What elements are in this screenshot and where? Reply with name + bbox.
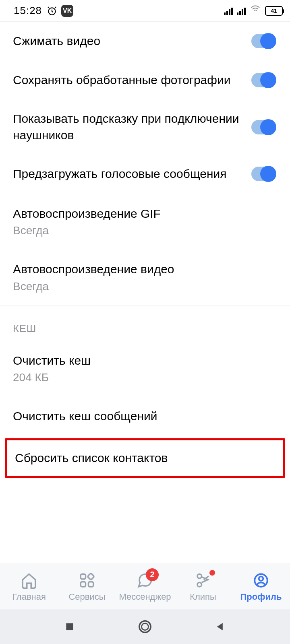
setting-autoplay-gif[interactable]: Автовоспроизведение GIF Всегда: [0, 194, 290, 250]
setting-clear-messages-cache[interactable]: Очистить кеш сообщений: [0, 396, 290, 437]
back-button[interactable]: [213, 620, 227, 634]
setting-label: Сбросить список контактов: [15, 450, 275, 466]
setting-label: Предзагружать голосовые сообщения: [13, 166, 242, 182]
setting-save-processed-photos[interactable]: Сохранять обработанные фотографии: [0, 61, 290, 100]
setting-label: Очистить кеш: [13, 353, 277, 369]
setting-value: Всегда: [13, 280, 277, 293]
bottom-nav: Главная Сервисы 2 Мессенджер Клипы Профи…: [0, 563, 290, 609]
setting-value: 204 КБ: [13, 371, 277, 384]
setting-autoplay-video[interactable]: Автовоспроизведение видео Всегда: [0, 249, 290, 305]
statusbar-right: 41: [224, 4, 283, 17]
nav-label: Клипы: [190, 592, 216, 602]
setting-label: Автовоспроизведение GIF: [13, 206, 277, 222]
setting-label: Сохранять обработанные фотографии: [13, 72, 242, 89]
status-bar: 15:28 VK 41: [0, 0, 290, 22]
notification-dot: [209, 570, 215, 576]
highlighted-setting: Сбросить список контактов: [5, 438, 285, 478]
wifi-icon: [250, 4, 261, 17]
svg-point-11: [141, 623, 148, 630]
toggle-switch[interactable]: [251, 120, 276, 134]
setting-value: Всегда: [13, 224, 277, 237]
vk-app-icon: VK: [61, 5, 73, 17]
svg-rect-3: [89, 582, 93, 586]
setting-reset-contacts[interactable]: Сбросить список контактов: [7, 440, 283, 476]
statusbar-time: 15:28: [14, 4, 42, 17]
setting-label: Сжимать видео: [13, 33, 242, 50]
svg-point-5: [197, 574, 202, 578]
signal-icon: [224, 7, 233, 15]
svg-rect-2: [81, 582, 85, 586]
toggle-switch[interactable]: [251, 73, 276, 87]
nav-label: Главная: [12, 592, 46, 602]
services-icon: [77, 571, 97, 590]
profile-icon: [251, 571, 271, 590]
nav-label: Мессенджер: [119, 592, 171, 602]
nav-home[interactable]: Главная: [0, 571, 58, 602]
svg-point-8: [259, 576, 263, 581]
nav-messenger[interactable]: 2 Мессенджер: [116, 571, 174, 602]
nav-services[interactable]: Сервисы: [58, 571, 116, 602]
setting-label: Очистить кеш сообщений: [13, 408, 277, 425]
svg-point-6: [197, 582, 202, 587]
nav-label: Сервисы: [68, 592, 105, 602]
svg-rect-9: [66, 623, 73, 630]
section-header-cache: КЕШ: [0, 305, 290, 341]
home-button[interactable]: [138, 620, 152, 634]
svg-rect-4: [87, 573, 94, 580]
setting-compress-video[interactable]: Сжимать видео: [0, 22, 290, 61]
signal-icon-2: [237, 7, 246, 15]
toggle-switch[interactable]: [251, 167, 276, 181]
setting-label: Автовоспроизведение видео: [13, 261, 277, 278]
settings-content[interactable]: Сжимать видео Сохранять обработанные фот…: [0, 22, 290, 563]
setting-headphones-hint[interactable]: Показывать подсказку при подключении нау…: [0, 99, 290, 155]
recents-button[interactable]: [63, 620, 77, 634]
battery-icon: 41: [265, 6, 283, 16]
home-icon: [19, 571, 39, 590]
badge-count: 2: [146, 568, 159, 581]
system-nav: [0, 609, 290, 644]
setting-label: Показывать подсказку при подключении нау…: [13, 111, 242, 143]
toggle-switch[interactable]: [251, 34, 276, 48]
setting-preload-voice[interactable]: Предзагружать голосовые сообщения: [0, 155, 290, 194]
nav-profile[interactable]: Профиль: [232, 571, 290, 602]
nav-label: Профиль: [240, 592, 282, 602]
setting-clear-cache[interactable]: Очистить кеш 204 КБ: [0, 341, 290, 396]
svg-rect-1: [81, 574, 85, 579]
nav-clips[interactable]: Клипы: [174, 571, 232, 602]
alarm-icon: [47, 6, 57, 16]
